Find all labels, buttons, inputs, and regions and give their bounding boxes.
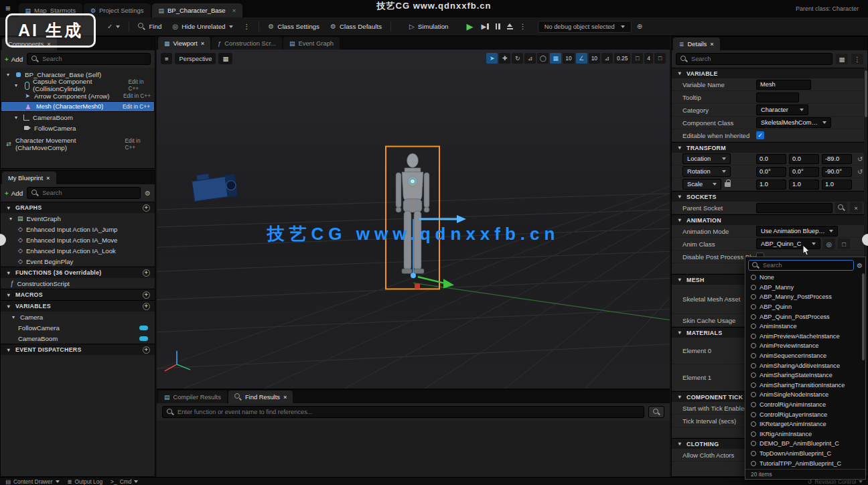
graph-event-item[interactable]: ◇ Enhanced Input Action IA_Look: [1, 245, 155, 256]
close-icon[interactable]: ×: [201, 40, 204, 47]
anim-class-option[interactable]: IKRigAnimInstance: [745, 429, 865, 439]
viewport-menu-button[interactable]: ≡: [161, 53, 172, 64]
add-component-button[interactable]: + Add: [5, 56, 23, 63]
anim-class-option[interactable]: DEMO_BP_AnimBlueprint_C: [745, 439, 865, 449]
close-icon[interactable]: ×: [283, 393, 287, 401]
add-macro-icon[interactable]: +: [143, 291, 150, 299]
tab-construction-script[interactable]: ƒ Construction Scr...: [212, 37, 282, 50]
scale-tool-button[interactable]: ⊿: [524, 53, 536, 64]
anim-class-option[interactable]: AnimSequencerInstance: [745, 351, 865, 361]
scale-y[interactable]: 1.0: [789, 180, 819, 190]
anim-class-option[interactable]: None: [745, 273, 865, 283]
sockets-section-header[interactable]: ▾SOCKETS: [672, 191, 867, 202]
compile-button[interactable]: ✓: [102, 20, 125, 33]
blueprint-settings-gear-icon[interactable]: ⚙: [145, 190, 151, 197]
expander-icon[interactable]: ▾: [13, 82, 19, 88]
camera-speed-button[interactable]: □: [632, 53, 643, 64]
tree-row-arrow[interactable]: ➤ Arrow Component (Arrow) Edit in C++: [1, 90, 155, 101]
socket-search-button[interactable]: [835, 202, 847, 213]
variables-section-header[interactable]: ▾ VARIABLES +: [1, 300, 155, 311]
grid-snap-value[interactable]: 10: [563, 53, 574, 64]
parent-class-label[interactable]: Parent class: Character: [796, 5, 859, 12]
anim-class-option[interactable]: AnimSharingStateInstance: [745, 370, 865, 380]
add-dispatcher-icon[interactable]: +: [143, 346, 150, 354]
details-search[interactable]: [676, 53, 833, 65]
my-blueprint-search-input[interactable]: [42, 190, 136, 196]
details-kebab-button[interactable]: ⋮: [851, 54, 863, 64]
edit-in-cpp-link[interactable]: Edit in C++: [125, 137, 151, 151]
scale-dropdown[interactable]: Scale: [682, 179, 721, 190]
find-in-blueprints-button[interactable]: [648, 406, 664, 418]
tooltip-input[interactable]: [756, 92, 799, 102]
debug-object-dropdown[interactable]: No debug object selected: [538, 21, 632, 33]
tab-details[interactable]: ≣ Details ×: [673, 38, 720, 50]
popup-scrollbar[interactable]: [862, 273, 865, 360]
dispatchers-section-header[interactable]: ▾ EVENT DISPATCHERS +: [1, 344, 155, 355]
view-mode-button[interactable]: ▦: [218, 53, 232, 64]
graphs-section-header[interactable]: ▾ GRAPHS +: [1, 202, 155, 213]
expander-icon[interactable]: ▾: [10, 314, 17, 320]
find-references-search[interactable]: [162, 406, 644, 418]
rotation-y[interactable]: 0.0°: [789, 167, 819, 177]
move-tool-button[interactable]: ✚: [499, 53, 510, 64]
lock-icon[interactable]: [725, 182, 731, 187]
content-drawer-button[interactable]: ▤ Content Drawer: [5, 478, 60, 485]
tab-viewport[interactable]: ▦ Viewport ×: [158, 37, 210, 50]
anim-class-option[interactable]: ABP_Manny_PostProcess: [745, 292, 865, 302]
scale-snap-toggle[interactable]: ⊿: [601, 53, 613, 64]
camera-speed-value[interactable]: 4: [644, 53, 653, 64]
rotation-x[interactable]: 0.0°: [756, 167, 786, 177]
components-search[interactable]: [27, 53, 151, 65]
character-mesh[interactable]: [396, 153, 429, 273]
animation-mode-dropdown[interactable]: Use Animation Blueprint: [756, 226, 838, 236]
rotation-snap-toggle[interactable]: ∠: [576, 53, 587, 64]
find-references-input[interactable]: [177, 409, 640, 415]
details-search-input[interactable]: [691, 56, 828, 62]
macros-section-header[interactable]: ▾ MACROS +: [1, 289, 155, 300]
tree-row-capsule[interactable]: ▾ Capsule Component (CollisionCylinder) …: [1, 80, 155, 90]
class-settings-button[interactable]: ⚙Class Settings: [263, 20, 325, 33]
my-blueprint-search[interactable]: [27, 187, 141, 199]
tab-event-graph[interactable]: ▤ Event Graph: [283, 37, 340, 50]
reset-icon[interactable]: ↺: [857, 168, 863, 176]
class-defaults-button[interactable]: ⚙Class Defaults: [325, 20, 387, 33]
anim-class-option[interactable]: TutorialTPP_AnimBlueprint_C: [745, 458, 865, 468]
functions-section-header[interactable]: ▾ FUNCTIONS (36 Overridable) +: [1, 267, 155, 278]
graph-event-item[interactable]: ◇ Event BeginPlay: [1, 256, 155, 267]
scale-snap-value[interactable]: 0.25: [614, 53, 630, 64]
find-button[interactable]: Find: [133, 20, 167, 33]
anim-class-option[interactable]: AnimPreviewInstance: [745, 341, 865, 351]
select-tool-button[interactable]: ➤: [486, 53, 498, 64]
tab-find-results[interactable]: Find Results ×: [228, 391, 293, 403]
components-search-input[interactable]: [42, 56, 146, 62]
grid-snap-toggle[interactable]: ▦: [550, 53, 561, 64]
parent-socket-input[interactable]: [756, 203, 833, 213]
viewport-scene[interactable]: [157, 50, 670, 389]
construction-script-item[interactable]: ƒ ConstructionScript: [1, 278, 155, 289]
tree-row-cameraboom[interactable]: ▾ CameraBoom: [1, 112, 155, 123]
event-graph-item[interactable]: ▾ ▤ EventGraph: [1, 213, 155, 224]
category-dropdown[interactable]: Character: [756, 105, 808, 115]
anim-class-option[interactable]: ABP_Quinn: [745, 302, 865, 312]
cmd-button[interactable]: >_ Cmd: [111, 478, 138, 485]
scale-x[interactable]: 1.0: [756, 180, 786, 190]
rotation-snap-value[interactable]: 10: [589, 53, 600, 64]
expander-icon[interactable]: ▾: [13, 115, 19, 121]
output-log-button[interactable]: ≣ Output Log: [68, 478, 102, 485]
anim-class-option[interactable]: AnimPreviewAttacheInstance: [745, 332, 865, 342]
graph-event-item[interactable]: ◇ Enhanced Input Action IA_Move: [1, 234, 155, 245]
browse-to-asset-button[interactable]: □: [838, 238, 850, 249]
add-variable-icon[interactable]: +: [143, 303, 150, 310]
anim-class-option[interactable]: AnimSharingTransitionInstance: [745, 380, 865, 391]
expander-icon[interactable]: ▾: [7, 216, 14, 222]
variable-followcamera[interactable]: FollowCamera: [1, 322, 155, 333]
expander-icon[interactable]: ▾: [5, 72, 11, 78]
edit-in-cpp-link[interactable]: Edit in C++: [123, 103, 150, 110]
close-icon[interactable]: ×: [710, 40, 713, 48]
close-icon[interactable]: ×: [46, 174, 50, 182]
simulation-button[interactable]: ▷Simulation: [404, 20, 453, 33]
perspective-dropdown[interactable]: Perspective: [175, 53, 216, 64]
animation-section-header[interactable]: ▾ANIMATION: [672, 214, 867, 225]
variable-name-input[interactable]: [756, 80, 811, 90]
location-z[interactable]: -89.0: [822, 154, 852, 164]
